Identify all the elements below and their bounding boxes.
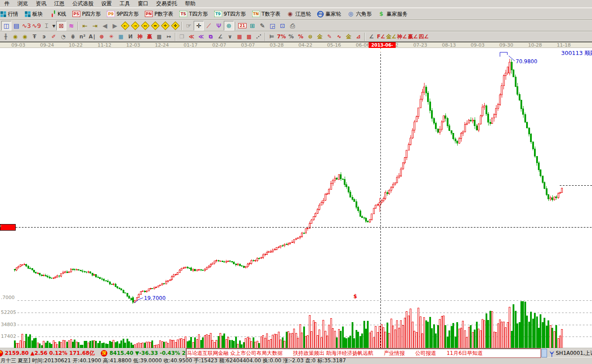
percent-icon[interactable]: %	[286, 32, 296, 41]
three-lines-icon[interactable]: ⋰	[254, 32, 263, 41]
ying-tool-icon[interactable]: 赢	[145, 32, 154, 41]
angle-four-icon[interactable]: 四∠	[418, 32, 429, 41]
fan-red-icon[interactable]: ≪	[187, 32, 196, 41]
comb-lines-icon[interactable]: ⋕	[68, 32, 78, 41]
kline-style-dropdown[interactable]: ▾	[51, 21, 56, 31]
menu-item-7[interactable]: 窗口	[134, 0, 152, 8]
brush-red-icon[interactable]: ✎	[325, 32, 334, 41]
net-box-icon[interactable]: ▩	[154, 32, 164, 41]
menu-item-8[interactable]: 交易委托	[152, 0, 181, 8]
k-mark-icon[interactable]: И	[126, 32, 135, 41]
gann-grid-icon[interactable]: ╫	[1, 32, 10, 41]
target-circle-icon[interactable]: ⊕	[97, 32, 106, 41]
calculator-icon[interactable]: ⊞	[247, 21, 257, 31]
shen-tool-icon[interactable]: 神	[135, 32, 145, 41]
crosshair-tool-icon[interactable]: ✛	[194, 21, 204, 31]
view-quotes[interactable]: 行情	[0, 9, 21, 19]
angle-f-icon[interactable]: F∠	[376, 32, 386, 41]
compress-h-icon[interactable]: ⇹	[150, 21, 160, 31]
kline-style-icon[interactable]: ⌶	[41, 21, 51, 31]
info-list-icon[interactable]: ▤	[11, 21, 21, 31]
smart-analysis-icon[interactable]: ⊛	[224, 21, 234, 31]
notes-icon[interactable]: ✎	[257, 21, 267, 31]
gold-wheel-2-icon[interactable]: ◉	[20, 32, 30, 41]
j-angle-icon[interactable]: ⊿	[353, 32, 363, 41]
menu-item-6[interactable]: 工具	[116, 0, 134, 8]
view-9t-square[interactable]: T99T四方形	[211, 9, 249, 19]
view-p-square[interactable]: PSP四方形	[69, 9, 104, 19]
mirror-line-icon[interactable]: A∣	[87, 32, 97, 41]
extend-arrow-icon[interactable]: ↦	[164, 32, 174, 41]
view-winner-service[interactable]: $赢家服务	[375, 9, 411, 19]
expand-h-icon[interactable]: ↔	[140, 21, 150, 31]
starburst-icon[interactable]: ✳	[106, 32, 116, 41]
view-sectors[interactable]: 板块	[21, 9, 46, 19]
view-hexagon[interactable]: ◎六角形	[344, 9, 375, 19]
gold-line-icon[interactable]: 金	[315, 32, 325, 41]
price-scale-icon[interactable]: ⊨	[267, 32, 277, 41]
percent-red-icon[interactable]: %	[296, 32, 305, 41]
frame-tool-icon[interactable]: ❒	[177, 32, 187, 41]
sh-index-quote[interactable]: 2159.80 ▲2.56 0.12% 171.68亿	[5, 349, 95, 357]
spiral-icon[interactable]: ϶	[39, 32, 49, 41]
menu-item-1[interactable]: 浏览	[14, 0, 32, 8]
angle-shen-icon[interactable]: 神∠	[397, 32, 407, 41]
ticker-scroll-widget[interactable]	[541, 349, 547, 357]
n-square-icon[interactable]: n²	[78, 32, 87, 41]
menu-item-2[interactable]: 资讯	[32, 0, 50, 8]
gann-box-icon[interactable]: ▦	[116, 32, 126, 41]
gold-icon[interactable]: 金	[344, 32, 353, 41]
angle-plain-icon[interactable]: ∠	[366, 32, 376, 41]
prev-bar-icon[interactable]: ◀	[100, 21, 110, 31]
trendline-tool-icon[interactable]: ⟋	[204, 21, 214, 31]
view-winner-wheel[interactable]: Big赢家轮	[314, 9, 344, 19]
gold-wheel-1-icon[interactable]: ◉	[10, 32, 20, 41]
angle-ying-icon[interactable]: 赢∠	[407, 32, 418, 41]
calendar-21-icon[interactable]: 21	[237, 21, 247, 31]
view-9p-square[interactable]: P99P四方形	[104, 9, 142, 19]
chart-3min-icon[interactable]: ∿3	[21, 21, 31, 31]
shift-right-icon[interactable]: →	[130, 21, 140, 31]
next-bar-icon[interactable]: ▶	[110, 21, 120, 31]
volume-profile-icon[interactable]: ≋	[66, 21, 76, 31]
menu-item-5[interactable]: 设置	[97, 0, 116, 8]
last-bar-icon[interactable]: ⇥	[90, 21, 100, 31]
fit-all-icon[interactable]: ✜	[170, 21, 180, 31]
menu-item-3[interactable]: 江恩	[50, 0, 68, 8]
network-icon[interactable]: ⊡	[277, 21, 287, 31]
menu-item-4[interactable]: 公式选股	[68, 0, 97, 8]
candlestick-chart[interactable]	[0, 48, 592, 348]
percent-strike-icon[interactable]: 7%	[277, 32, 286, 41]
gann-fork-tool-icon[interactable]: Ψ	[214, 21, 224, 31]
first-bar-icon[interactable]: ⇤	[80, 21, 90, 31]
angle-lines-icon[interactable]: ∠	[216, 32, 225, 41]
expand-all-icon[interactable]: ✛	[160, 21, 170, 31]
fan-box-icon[interactable]: ⧉	[206, 32, 216, 41]
wave-red-icon[interactable]: ∿	[334, 32, 344, 41]
chart-area[interactable]: 300113 顺网 70.9800 19.7000 $ 7 .7000 5220…	[0, 48, 592, 348]
spray-tool-icon[interactable]: ✐	[49, 32, 58, 41]
grid-red-2-icon[interactable]: ▩	[244, 32, 254, 41]
fan-purple-icon[interactable]: ≪	[196, 32, 206, 41]
view-p-table[interactable]: PNP数字表	[142, 9, 176, 19]
angle-gold-icon[interactable]: 金∠	[386, 32, 397, 41]
print-icon[interactable]: ⎙	[287, 21, 298, 31]
time-cycle-icon[interactable]: ◔	[58, 32, 68, 41]
view-gann-wheel[interactable]: ◉江恩轮	[284, 9, 314, 19]
menu-item-9[interactable]: 帮助	[181, 0, 199, 8]
market-overview-icon[interactable]: ◫	[1, 21, 11, 31]
shift-left-icon[interactable]: ←	[120, 21, 130, 31]
grid-red-icon[interactable]: ▦	[235, 32, 244, 41]
news-ticker[interactable]: 马论道互联网金融 众上市公司布局大数据 扶持政策频出 助海洋经济扬帆远航 产业情…	[186, 349, 541, 357]
view-t-square[interactable]: TST四方形	[176, 9, 211, 19]
f-ruler-icon[interactable]: Ŧ	[30, 32, 39, 41]
view-t-table[interactable]: TNT数字表	[249, 9, 284, 19]
gold-ring-icon[interactable]: ⊜	[305, 32, 315, 41]
map-view-icon[interactable]: ⊠	[56, 21, 66, 31]
save-icon[interactable]: ◲	[267, 21, 277, 31]
view-kline[interactable]: ╻╹K线	[46, 9, 69, 19]
v-wave-icon[interactable]: ∨	[225, 32, 235, 41]
chart-9min-icon[interactable]: ∿9	[31, 21, 41, 31]
hand-tool-icon[interactable]: ☞	[184, 21, 194, 31]
menu-item-0[interactable]: 件	[0, 0, 14, 8]
